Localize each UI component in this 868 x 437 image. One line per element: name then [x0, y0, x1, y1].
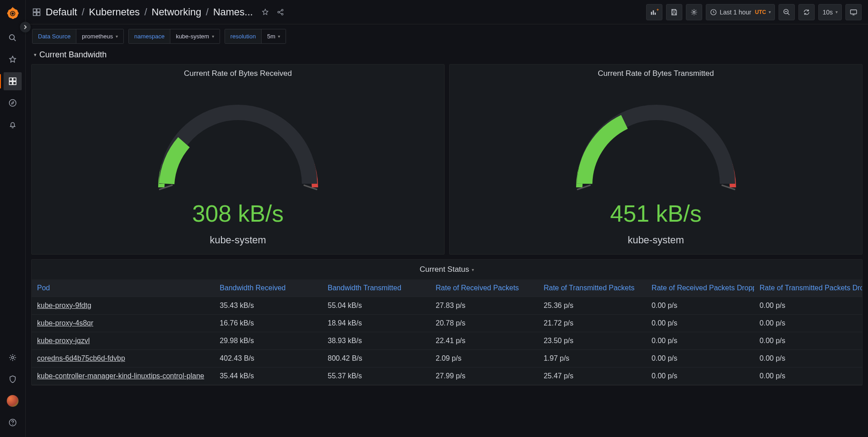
- sidebar-item-alerting[interactable]: [4, 116, 22, 134]
- cell-value: 38.93 kB/s: [322, 332, 430, 350]
- avatar-icon: [7, 395, 19, 407]
- table-row: coredns-6d4b75cb6d-fdvbp402.43 B/s800.42…: [32, 350, 862, 367]
- timezone-label: UTC: [755, 9, 766, 15]
- pod-link[interactable]: coredns-6d4b75cb6d-fdvbp: [37, 354, 125, 362]
- svg-point-10: [12, 424, 13, 425]
- table-header[interactable]: Pod: [32, 279, 214, 297]
- svg-rect-11: [33, 9, 37, 12]
- panel-current-status[interactable]: Current Status ▾ Pod Bandwidth Received …: [31, 259, 863, 386]
- refresh-button[interactable]: [798, 4, 815, 20]
- gauge-value: 451 kB/s: [610, 200, 701, 227]
- breadcrumb-item[interactable]: Names...: [213, 6, 253, 18]
- table-header[interactable]: Bandwidth Received: [214, 279, 322, 297]
- var-value-select[interactable]: 5m▾: [261, 29, 286, 43]
- cell-value: 25.47 p/s: [538, 367, 646, 385]
- breadcrumb-item[interactable]: Kubernetes: [89, 6, 140, 18]
- time-range-label: Last 1 hour: [720, 9, 751, 16]
- pod-link[interactable]: kube-proxy-jqzvl: [37, 337, 89, 344]
- svg-rect-5: [9, 82, 13, 85]
- var-resolution: resolution 5m▾: [225, 29, 286, 44]
- pod-link[interactable]: kube-proxy-4s8qr: [37, 319, 94, 327]
- svg-rect-6: [13, 82, 16, 85]
- table-row: kube-proxy-4s8qr16.76 kB/s18.94 kB/s20.7…: [32, 315, 862, 332]
- add-panel-icon: +: [650, 8, 659, 16]
- sidebar-item-search[interactable]: [4, 29, 22, 47]
- cell-value: 2.09 p/s: [430, 350, 538, 367]
- gear-icon: [690, 8, 698, 16]
- svg-rect-18: [651, 12, 652, 15]
- table-header[interactable]: Rate of Received Packets Dropped: [646, 279, 754, 297]
- zoom-out-button[interactable]: [779, 4, 795, 20]
- compass-icon: [8, 98, 17, 107]
- monitor-icon: [849, 8, 858, 16]
- gear-icon: [8, 353, 17, 362]
- sidebar-item-explore[interactable]: [4, 94, 22, 112]
- sidebar-item-configuration[interactable]: [4, 349, 22, 367]
- gauge-value: 308 kB/s: [192, 200, 283, 227]
- svg-rect-3: [9, 78, 13, 81]
- panel-gauge-transmitted[interactable]: Current Rate of Bytes Transmitted 451 kB…: [449, 64, 863, 255]
- clock-icon: [710, 9, 717, 16]
- search-icon: [8, 33, 17, 42]
- cell-value: 55.37 kB/s: [322, 367, 430, 385]
- cell-value: 55.04 kB/s: [322, 297, 430, 315]
- cell-value: 20.78 p/s: [430, 315, 538, 332]
- chevron-down-icon: ▾: [278, 34, 280, 39]
- sidebar-item-admin[interactable]: [4, 370, 22, 388]
- gauge-chart: [552, 84, 760, 196]
- cell-value: 0.00 p/s: [754, 315, 862, 332]
- share-dashboard-button[interactable]: [277, 8, 285, 16]
- cell-value: 0.00 p/s: [754, 332, 862, 350]
- cell-value: 0.00 p/s: [646, 367, 754, 385]
- table-header[interactable]: Rate of Transmitted Packets: [538, 279, 646, 297]
- save-dashboard-button[interactable]: [666, 4, 682, 20]
- var-value-select[interactable]: kube-system▾: [170, 29, 220, 43]
- dashboard-settings-button[interactable]: [686, 4, 702, 20]
- table-row: kube-controller-manager-kind-linuxtips-c…: [32, 367, 862, 385]
- table-header[interactable]: Bandwidth Transmitted: [322, 279, 430, 297]
- star-icon: [8, 55, 17, 64]
- var-value-select[interactable]: prometheus▾: [76, 29, 123, 43]
- star-dashboard-button[interactable]: [261, 8, 269, 16]
- cell-value: 18.94 kB/s: [322, 315, 430, 332]
- cell-value: 800.42 B/s: [322, 350, 430, 367]
- refresh-interval-label: 10s: [822, 9, 833, 16]
- var-datasource: Data Source prometheus▾: [32, 29, 124, 44]
- breadcrumb-separator: /: [206, 6, 209, 18]
- svg-point-2: [9, 35, 14, 40]
- svg-rect-19: [652, 10, 653, 14]
- svg-rect-14: [37, 12, 40, 15]
- cell-value: 27.99 p/s: [430, 367, 538, 385]
- bell-icon: [8, 120, 17, 129]
- sidebar-item-dashboards[interactable]: [4, 72, 22, 90]
- grafana-logo-icon[interactable]: [5, 6, 20, 21]
- cell-value: 0.00 p/s: [754, 297, 862, 315]
- row-header-current-bandwidth[interactable]: ▾ Current Bandwidth: [26, 48, 868, 64]
- cell-value: 0.00 p/s: [646, 350, 754, 367]
- cell-pod: kube-controller-manager-kind-linuxtips-c…: [32, 367, 214, 385]
- panel-gauge-received[interactable]: Current Rate of Bytes Received 308 kB/s …: [31, 64, 445, 255]
- dashboards-breadcrumb-icon[interactable]: [32, 8, 41, 17]
- tv-mode-button[interactable]: [845, 4, 862, 20]
- refresh-interval-picker[interactable]: 10s ▾: [818, 4, 842, 20]
- table-header[interactable]: Rate of Transmitted Packets Dropped: [754, 279, 862, 297]
- cell-pod: coredns-6d4b75cb6d-fdvbp: [32, 350, 214, 367]
- add-panel-button[interactable]: +: [646, 4, 662, 20]
- cell-value: 23.50 p/s: [538, 332, 646, 350]
- pod-link[interactable]: kube-controller-manager-kind-linuxtips-c…: [37, 372, 204, 380]
- sidebar-item-profile[interactable]: [4, 392, 22, 410]
- svg-point-22: [693, 11, 695, 13]
- table-header[interactable]: Rate of Received Packets: [430, 279, 538, 297]
- breadcrumb-item[interactable]: Networking: [152, 6, 202, 18]
- pod-link[interactable]: kube-proxy-9fdtg: [37, 302, 91, 309]
- save-icon: [670, 8, 678, 16]
- cell-value: 1.97 p/s: [538, 350, 646, 367]
- cell-value: 27.83 p/s: [430, 297, 538, 315]
- breadcrumb-item[interactable]: Default: [46, 6, 77, 18]
- sidebar-item-help[interactable]: [4, 414, 22, 432]
- var-label: Data Source: [33, 29, 76, 43]
- sidebar-item-starred[interactable]: [4, 51, 22, 69]
- cell-value: 29.98 kB/s: [214, 332, 322, 350]
- svg-rect-4: [13, 78, 16, 81]
- time-picker-button[interactable]: Last 1 hour UTC ▾: [706, 4, 775, 20]
